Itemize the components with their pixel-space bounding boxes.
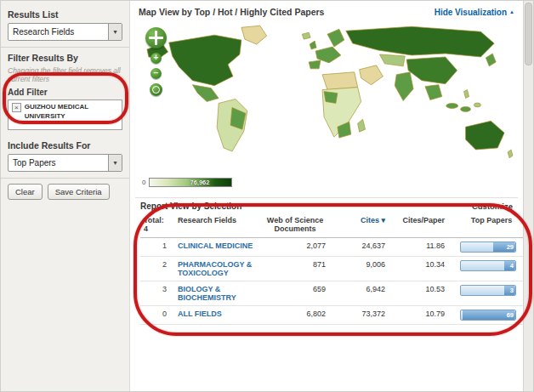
row-number: 1 <box>140 238 174 257</box>
total-label: Total: <box>144 216 171 224</box>
row-number: 0 <box>140 306 174 325</box>
field-link[interactable]: BIOLOGY & BIOCHEMISTRY <box>178 285 236 302</box>
world-map[interactable]: + − 0 76,962 <box>137 20 516 190</box>
filter-note: Changing the filter field removes all cu… <box>8 66 122 83</box>
save-criteria-button[interactable]: Save Criteria <box>48 184 110 200</box>
sidebar-buttons: Clear Save Criteria <box>8 184 122 200</box>
top-papers-bar: 4 <box>460 260 516 271</box>
top-papers-cell: 69 <box>448 306 534 325</box>
hide-visualization-label: Hide Visualization <box>435 8 507 17</box>
docs-value: 2,077 <box>261 238 329 257</box>
map-title-main: Top / Hot / Highly Cited Papers <box>195 7 325 17</box>
results-list-select[interactable]: Research Fields ▾ <box>8 23 122 41</box>
report-section: Report View by Selection Customize Total… <box>135 197 518 325</box>
filter-box[interactable]: × GUIZHOU MEDICAL UNIVERSITY <box>8 99 122 130</box>
cites-per-paper-value: 10.34 <box>389 257 448 281</box>
include-results-value: Top Papers <box>13 158 56 168</box>
remove-filter-icon[interactable]: × <box>12 103 21 112</box>
sidebar-divider <box>1 178 129 179</box>
main-panel: Map View by Top / Hot / Highly Cited Pap… <box>130 1 523 391</box>
top-papers-bar: 69 <box>460 310 516 321</box>
total-header: Total: 4 <box>140 214 174 238</box>
cites-sort-link[interactable]: Cites ▾ <box>361 216 385 224</box>
clear-button[interactable]: Clear <box>8 184 43 200</box>
pan-control-icon[interactable] <box>145 27 167 48</box>
cites-value: 9,006 <box>329 257 389 281</box>
docs-value: 871 <box>261 257 329 281</box>
table-row: 0ALL FIELDS6,80273,37210.7969 <box>140 306 534 325</box>
map-legend: 0 76,962 <box>142 178 232 187</box>
report-table: Total: 4 Research Fields Web of Science … <box>140 214 534 325</box>
table-row: 1CLINICAL MEDICINE2,07724,63711.8629 <box>140 238 534 257</box>
field-link[interactable]: PHARMACOLOGY & TOXICOLOGY <box>178 260 252 277</box>
cites-per-paper-value: 11.86 <box>389 238 448 257</box>
cites-value: 73,372 <box>329 306 389 325</box>
field-cell: PHARMACOLOGY & TOXICOLOGY <box>174 257 261 281</box>
chevron-down-icon[interactable]: ▾ <box>108 155 122 171</box>
cites-per-paper-value: 10.79 <box>389 306 448 325</box>
top-papers-cell: 4 <box>448 257 534 281</box>
map-controls: + − <box>145 27 167 96</box>
column-cites-per-paper: Cites/Paper <box>389 214 448 238</box>
filter-chip-label: GUIZHOU MEDICAL UNIVERSITY <box>25 103 118 122</box>
add-filter-label: Add Filter <box>8 88 122 97</box>
scrollbar-thumb[interactable] <box>525 3 532 65</box>
column-top-papers: Top Papers <box>448 214 534 238</box>
include-results-select[interactable]: Top Papers ▾ <box>8 154 122 172</box>
top-papers-value: 4 <box>504 261 515 270</box>
report-title: Report View by Selection <box>140 202 241 211</box>
filter-results-by-label: Filter Results By <box>8 53 122 63</box>
zoom-out-icon[interactable]: − <box>151 68 162 79</box>
column-cites: Cites ▾ <box>329 214 389 238</box>
field-cell: CLINICAL MEDICINE <box>174 238 261 257</box>
table-row: 3BIOLOGY & BIOCHEMISTRY6596,94210.533 <box>140 281 534 306</box>
globe-reset-icon[interactable] <box>150 83 162 96</box>
column-docs: Web of Science Documents <box>261 214 329 238</box>
total-value: 4 <box>144 224 171 233</box>
hide-visualization-link[interactable]: Hide Visualization ▲ <box>435 8 514 17</box>
report-table-body: 1CLINICAL MEDICINE2,07724,63711.86292PHA… <box>140 238 534 325</box>
filter-chip: × GUIZHOU MEDICAL UNIVERSITY <box>12 103 118 122</box>
map-header: Map View by Top / Hot / Highly Cited Pap… <box>135 1 518 20</box>
map-title-prefix: Map View by <box>139 7 192 17</box>
results-list-value: Research Fields <box>13 27 74 37</box>
field-cell: BIOLOGY & BIOCHEMISTRY <box>174 281 261 306</box>
cites-value: 6,942 <box>329 281 389 306</box>
vertical-scrollbar[interactable] <box>523 1 533 391</box>
cites-per-paper-value: 10.53 <box>389 281 448 306</box>
field-cell: ALL FIELDS <box>174 306 261 325</box>
top-papers-cell: 29 <box>448 238 534 257</box>
row-number: 3 <box>140 281 174 306</box>
sidebar-divider <box>1 47 129 48</box>
top-papers-value: 69 <box>463 310 515 320</box>
docs-value: 659 <box>261 281 329 306</box>
include-results-label: Include Results For <box>8 140 122 151</box>
chevron-down-icon[interactable]: ▾ <box>108 24 122 40</box>
legend-gradient: 76,962 <box>149 178 232 187</box>
column-research-fields: Research Fields <box>174 214 261 238</box>
top-papers-value: 3 <box>504 286 515 295</box>
esi-screen: Results List Research Fields ▾ Filter Re… <box>0 0 534 392</box>
top-papers-bar: 29 <box>460 241 516 253</box>
collapse-icon: ▲ <box>509 9 514 14</box>
field-link[interactable]: CLINICAL MEDICINE <box>178 241 253 250</box>
top-papers-cell: 3 <box>448 281 534 306</box>
top-papers-bar: 3 <box>460 285 516 296</box>
results-list-label: Results List <box>8 9 122 20</box>
docs-value: 6,802 <box>261 306 329 325</box>
map-title: Map View by Top / Hot / Highly Cited Pap… <box>139 7 324 17</box>
table-row: 2PHARMACOLOGY & TOXICOLOGY8719,00610.344 <box>140 257 534 281</box>
legend-min: 0 <box>142 179 145 186</box>
table-header-row: Total: 4 Research Fields Web of Science … <box>140 214 534 238</box>
sidebar: Results List Research Fields ▾ Filter Re… <box>1 1 130 391</box>
row-number: 2 <box>140 257 174 281</box>
zoom-in-icon[interactable]: + <box>151 53 162 64</box>
field-link[interactable]: ALL FIELDS <box>178 310 222 318</box>
cites-value: 24,637 <box>329 238 389 257</box>
top-papers-value: 29 <box>493 242 515 252</box>
sort-down-icon: ▾ <box>381 216 385 224</box>
report-header: Report View by Selection Customize <box>135 201 518 214</box>
world-map-svg <box>137 20 516 177</box>
customize-link[interactable]: Customize <box>472 202 513 211</box>
legend-max: 76,962 <box>190 179 210 186</box>
